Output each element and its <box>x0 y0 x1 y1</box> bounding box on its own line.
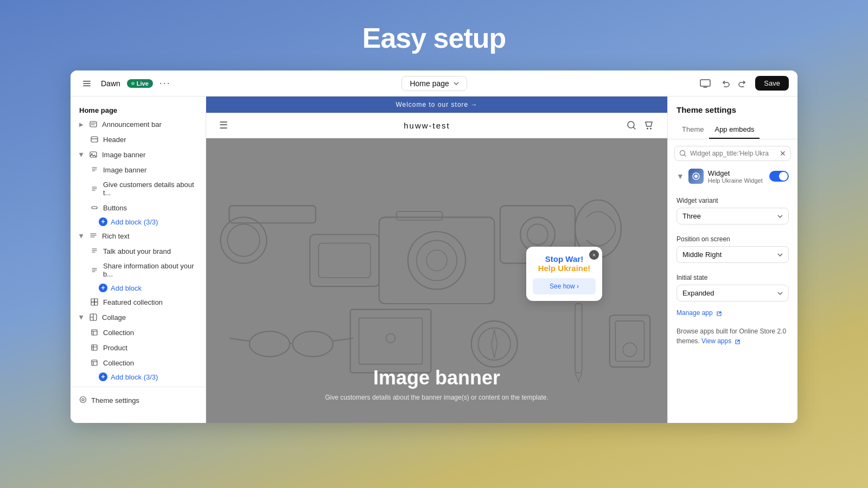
initial-state-label: Initial state <box>676 274 789 281</box>
sidebar-item-image-banner-details[interactable]: Give customers details about t... <box>71 177 206 200</box>
buttons-icon <box>90 203 99 212</box>
view-apps-link[interactable]: View apps <box>701 337 740 345</box>
sidebar-item-featured-collection[interactable]: Featured collection <box>71 294 206 310</box>
store-logo: huww-test <box>404 121 450 130</box>
svg-rect-5 <box>91 137 98 142</box>
hero-title: Easy setup <box>362 0 506 70</box>
sidebar-item-header[interactable]: Header <box>71 132 206 147</box>
initial-state-section: Initial state Collapsed Expanded <box>668 268 797 307</box>
sidebar-item-image-banner-sub[interactable]: Image banner <box>71 162 206 177</box>
svg-point-40 <box>386 333 395 343</box>
desktop-icon[interactable] <box>698 76 713 91</box>
widget-popup: × Stop War! Help Ukraine! See how › <box>526 247 602 301</box>
tab-app-embeds[interactable]: App embeds <box>709 121 760 139</box>
sidebar-item-talk-about-brand[interactable]: Talk about your brand <box>71 243 206 259</box>
search-icon[interactable] <box>626 120 637 131</box>
widget-row: ▼ Widget Help Ukraine Widget <box>668 161 797 191</box>
position-select[interactable]: Top Left Top Right Middle Left Middle Ri… <box>676 246 789 263</box>
sidebar-add-block-image-banner[interactable]: + Add block (3/3) <box>71 215 206 228</box>
more-options-button[interactable]: ··· <box>159 78 171 89</box>
search-icon <box>679 150 687 157</box>
back-button[interactable] <box>79 76 94 91</box>
search-input[interactable] <box>690 150 776 157</box>
expand-arrow-icon: ▶ <box>79 234 85 238</box>
svg-rect-9 <box>91 299 94 302</box>
topbar-center: Home page <box>177 76 692 91</box>
svg-rect-15 <box>92 345 97 350</box>
svg-rect-31 <box>318 243 371 278</box>
svg-rect-11 <box>91 302 94 305</box>
sidebar-item-collage-collection-1[interactable]: Collection <box>71 325 206 340</box>
add-icon: + <box>99 217 107 226</box>
svg-point-24 <box>227 224 260 256</box>
initial-state-select[interactable]: Collapsed Expanded <box>676 285 789 301</box>
collection-icon-2 <box>90 358 99 367</box>
expand-arrow-icon: ▶ <box>79 152 85 157</box>
panel-tabs: Theme App embeds <box>668 121 797 139</box>
preview-inner: Welcome to our store → ☰ huww-test <box>206 97 667 423</box>
save-button[interactable]: Save <box>755 76 789 91</box>
hamburger-icon[interactable]: ☰ <box>219 119 228 131</box>
page-select[interactable]: Home page <box>401 76 467 91</box>
redo-button[interactable] <box>735 76 750 91</box>
svg-point-34 <box>527 224 548 245</box>
widget-variant-select[interactable]: One Two Three Four <box>676 208 789 224</box>
svg-rect-16 <box>92 360 97 365</box>
sidebar-item-buttons[interactable]: Buttons <box>71 200 206 215</box>
add-icon-2: + <box>99 284 107 292</box>
panel-search: ✕ <box>674 146 791 161</box>
widget-help-text: Help Ukraine! <box>533 264 596 273</box>
svg-rect-29 <box>397 211 443 220</box>
sidebar-item-image-banner[interactable]: ▶ Image banner <box>71 147 206 162</box>
svg-point-43 <box>478 328 511 361</box>
svg-point-27 <box>417 240 457 280</box>
svg-rect-14 <box>92 330 97 335</box>
undo-button[interactable] <box>718 76 733 91</box>
svg-point-37 <box>292 331 333 357</box>
sidebar-item-share-info[interactable]: Share information about your b... <box>71 259 206 281</box>
sidebar-theme-settings[interactable]: Theme settings <box>71 390 206 410</box>
sidebar-add-block-collage[interactable]: + Add block (3/3) <box>71 370 206 383</box>
manage-app-anchor[interactable]: Manage app <box>676 309 722 317</box>
banner-title: Image banner <box>206 367 667 389</box>
sidebar-add-block-rich-text[interactable]: + Add block <box>71 281 206 294</box>
widget-stop-text: Stop War! <box>533 254 596 264</box>
sidebar-item-rich-text[interactable]: ▶ Rich text <box>71 228 206 243</box>
widget-logo <box>688 169 704 184</box>
widget-see-how-button[interactable]: See how › <box>533 278 596 294</box>
svg-point-21 <box>650 128 652 130</box>
svg-point-17 <box>80 397 86 403</box>
tab-theme[interactable]: Theme <box>676 121 709 139</box>
svg-rect-22 <box>229 206 316 223</box>
sidebar-item-announcement-bar[interactable]: ▶ Announcement bar <box>71 117 206 132</box>
announcement-bar: Welcome to our store → <box>206 97 667 113</box>
widget-variant-label: Widget variant <box>676 197 789 204</box>
expand-arrow-icon-2: ▶ <box>79 315 85 319</box>
theme-settings-icon <box>79 396 87 405</box>
sidebar-item-collage-product[interactable]: Product <box>71 340 206 355</box>
svg-rect-38 <box>350 310 431 373</box>
text-icon-2 <box>90 247 99 255</box>
sidebar-item-collage-collection-2[interactable]: Collection <box>71 355 206 370</box>
store-header: ☰ huww-test <box>206 113 667 138</box>
product-icon <box>90 343 99 352</box>
svg-rect-1 <box>83 83 91 84</box>
image-banner-icon <box>89 150 98 159</box>
widget-info: Widget Help Ukraine Widget <box>708 169 765 184</box>
sidebar-section-title: Home page <box>71 103 206 117</box>
widget-expand-icon[interactable]: ▼ <box>676 172 684 181</box>
store-name: Dawn <box>101 79 120 88</box>
widget-popup-close[interactable]: × <box>589 250 599 260</box>
header-icons <box>626 120 654 131</box>
svg-rect-4 <box>90 121 97 127</box>
search-clear-button[interactable]: ✕ <box>780 149 786 158</box>
svg-rect-0 <box>83 81 91 82</box>
header-icon <box>90 135 99 144</box>
cart-icon[interactable] <box>643 120 654 131</box>
widget-toggle[interactable] <box>769 171 789 182</box>
rich-text-icon <box>89 232 98 240</box>
sidebar-item-collage[interactable]: ▶ Collage <box>71 310 206 325</box>
sidebar: Home page ▶ Announcement bar Header ▶ <box>71 97 206 423</box>
announcement-bar-icon <box>89 120 98 129</box>
collection-icon <box>90 328 99 337</box>
